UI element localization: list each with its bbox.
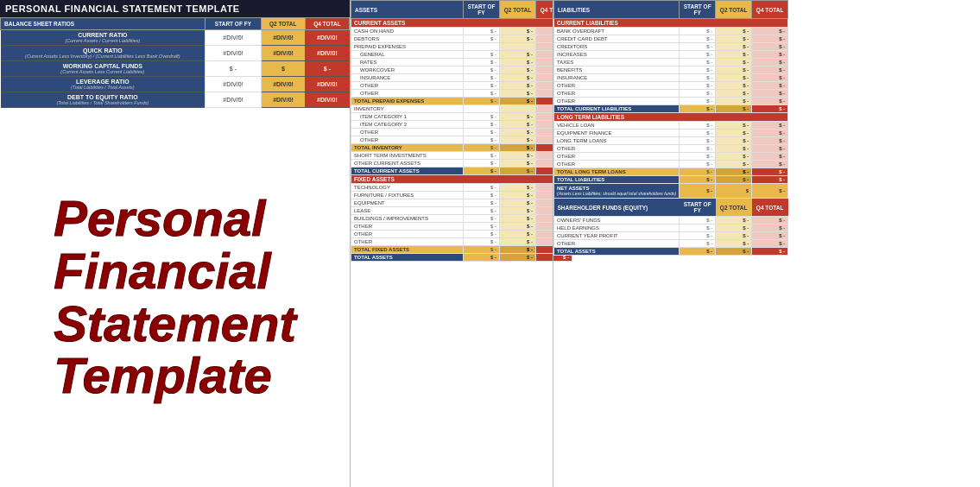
asset-label: WORKCOVER bbox=[351, 66, 464, 74]
liab-val-q2: $ - bbox=[716, 59, 752, 66]
liab-val-q4: $ - bbox=[752, 153, 788, 161]
liab-val-q2: $ - bbox=[716, 74, 752, 82]
liab-val-q4: $ - bbox=[752, 43, 788, 51]
asset-val-q2: $ - bbox=[500, 113, 536, 121]
shareholders-header: SHAREHOLDER FUNDS (EQUITY) bbox=[554, 199, 680, 217]
liab-label: CURRENT YEAR PROFIT bbox=[554, 232, 680, 240]
liab-val-q4: $ - bbox=[752, 28, 788, 35]
asset-label: FURNITURE / FIXTURES bbox=[351, 192, 464, 199]
liab-val-start: $ - bbox=[680, 225, 716, 232]
asset-val-start: $ - bbox=[464, 82, 500, 90]
liab-label: TAXES bbox=[554, 59, 680, 66]
asset-label: OTHER CURRENT ASSETS bbox=[351, 160, 464, 168]
asset-label: OTHER bbox=[351, 90, 464, 98]
page-title: PERSONAL FINANCIAL STATEMENT TEMPLATE bbox=[0, 0, 350, 17]
asset-label: SHORT TERM INVESTMENTS bbox=[351, 152, 464, 160]
ratios-table: BALANCE SHEET RATIOS START OF FY Q2 TOTA… bbox=[0, 17, 350, 108]
liab-val-q4: $ - bbox=[752, 90, 788, 98]
liab-val-start: $ - bbox=[680, 66, 716, 74]
asset-label: OTHER bbox=[351, 82, 464, 90]
asset-val-start: $ - bbox=[464, 59, 500, 66]
liab-val-q4: $ - bbox=[752, 145, 788, 153]
ratios-col-q4: Q4 TOTAL bbox=[305, 18, 349, 30]
liab-val-q4: $ - bbox=[752, 137, 788, 145]
asset-label: OTHER bbox=[351, 129, 464, 136]
asset-label: PREPAID EXPENSES bbox=[351, 43, 464, 51]
big-text: PersonalFinancialStatementTemplate bbox=[54, 193, 295, 403]
liab-label: VEHICLE LOAN bbox=[554, 122, 680, 130]
asset-label: ITEM CATEGORY 1 bbox=[351, 113, 464, 121]
section-header: FIXED ASSETS bbox=[351, 175, 572, 184]
asset-val-start: $ - bbox=[464, 35, 500, 43]
liab-val-q2: $ - bbox=[716, 98, 752, 105]
liabilities-table: LIABILITIES START OF FY Q2 TOTAL Q4 TOTA… bbox=[553, 0, 788, 256]
asset-val-start: $ - bbox=[464, 113, 500, 121]
asset-val-q2: $ - bbox=[500, 207, 536, 215]
liab-val-q2: $ - bbox=[716, 161, 752, 168]
liab-val-start: $ - bbox=[680, 122, 716, 130]
asset-label: EQUIPMENT bbox=[351, 199, 464, 207]
assets-header: ASSETS bbox=[351, 1, 464, 19]
liab-val-q2: $ - bbox=[716, 28, 752, 35]
asset-val-q2: $ - bbox=[500, 28, 536, 35]
asset-val-q2: $ - bbox=[500, 35, 536, 43]
asset-label: INVENTORY bbox=[351, 105, 464, 113]
asset-val-q2: $ - bbox=[500, 238, 536, 246]
asset-label: GENERAL bbox=[351, 51, 464, 59]
liab-val-q4: $ - bbox=[752, 161, 788, 168]
liab-label: OTHER bbox=[554, 82, 680, 90]
liab-val-q2: $ - bbox=[716, 153, 752, 161]
liab-val-q4: $ - bbox=[752, 74, 788, 82]
asset-label: BUILDINGS / IMPROVEMENTS bbox=[351, 215, 464, 223]
liab-label: INCREASES bbox=[554, 51, 680, 59]
liab-val-start: $ - bbox=[680, 28, 716, 35]
section-header: CURRENT ASSETS bbox=[351, 19, 572, 28]
liab-val-q4: $ - bbox=[752, 82, 788, 90]
asset-val-start: $ - bbox=[464, 160, 500, 168]
asset-val-q2: $ - bbox=[500, 152, 536, 160]
section-header: LONG TERM LIABILITIES bbox=[554, 113, 788, 122]
liab-val-q2: $ - bbox=[716, 35, 752, 43]
liab-col-start: START OF FY bbox=[680, 1, 716, 19]
asset-label: ITEM CATEGORY 2 bbox=[351, 121, 464, 129]
asset-label: OTHER bbox=[351, 223, 464, 231]
asset-val-q2 bbox=[500, 105, 536, 113]
liab-val-q2: $ - bbox=[716, 51, 752, 59]
left-panel: PERSONAL FINANCIAL STATEMENT TEMPLATE BA… bbox=[0, 0, 350, 487]
asset-val-start bbox=[464, 43, 500, 51]
liab-label: OTHER bbox=[554, 90, 680, 98]
asset-val-q2: $ - bbox=[500, 231, 536, 238]
liab-val-q2: $ - bbox=[716, 137, 752, 145]
section-header: CURRENT LIABILITIES bbox=[554, 19, 788, 28]
liab-val-start: $ - bbox=[680, 130, 716, 137]
asset-val-start: $ - bbox=[464, 184, 500, 192]
liab-val-start: $ - bbox=[680, 59, 716, 66]
asset-val-start: $ - bbox=[464, 90, 500, 98]
asset-val-start: $ - bbox=[464, 207, 500, 215]
asset-label: RATES bbox=[351, 59, 464, 66]
asset-val-start: $ - bbox=[464, 121, 500, 129]
asset-label: OTHER bbox=[351, 231, 464, 238]
liab-val-q2: $ - bbox=[716, 82, 752, 90]
liab-label: OTHER bbox=[554, 98, 680, 105]
liab-label: OTHER bbox=[554, 240, 680, 248]
asset-val-start: $ - bbox=[464, 136, 500, 144]
liab-label: HELD EARNINGS bbox=[554, 225, 680, 232]
liab-val-start: $ - bbox=[680, 137, 716, 145]
liab-label: BANK OVERDRAFT bbox=[554, 28, 680, 35]
liab-label: EQUIPMENT FINANCE bbox=[554, 130, 680, 137]
liab-val-start: $ - bbox=[680, 232, 716, 240]
asset-val-q2: $ - bbox=[500, 136, 536, 144]
liab-val-q2: $ - bbox=[716, 130, 752, 137]
right-panel: ASSETS START OF FY Q2 TOTAL Q4 TOTAL CUR… bbox=[350, 0, 980, 487]
liab-label: CREDITORS bbox=[554, 43, 680, 51]
liab-val-start: $ - bbox=[680, 90, 716, 98]
asset-label: CASH ON HAND bbox=[351, 28, 464, 35]
liab-label: LONG TERM LOANS bbox=[554, 137, 680, 145]
asset-val-q2: $ - bbox=[500, 74, 536, 82]
asset-val-q2: $ - bbox=[500, 129, 536, 136]
asset-val-q2: $ - bbox=[500, 223, 536, 231]
asset-val-start: $ - bbox=[464, 215, 500, 223]
big-text-container: PersonalFinancialStatementTemplate bbox=[0, 108, 350, 487]
liab-col-q2: Q2 TOTAL bbox=[716, 1, 752, 19]
